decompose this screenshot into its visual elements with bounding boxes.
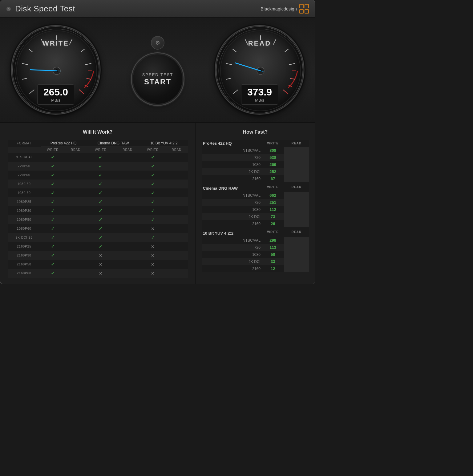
compat-cell — [165, 153, 188, 162]
compat-cell: ✓ — [41, 171, 65, 180]
compat-cell: ✓ — [86, 206, 115, 215]
speed-row: 2K DCI 252 — [202, 168, 309, 175]
compat-cell: ✓ — [41, 233, 65, 242]
left-panel-title: Will It Work? — [8, 129, 188, 135]
speed-row: 1080 50 — [202, 251, 309, 258]
compatibility-table: FORMAT ProRes 422 HQ Cinema DNG RAW 10 B… — [8, 140, 188, 278]
compat-cell: ✓ — [86, 162, 115, 171]
compat-cell: ✓ — [140, 171, 165, 180]
compat-cell — [65, 251, 87, 260]
speed-row: 2160 12 — [202, 265, 309, 272]
compat-cell — [65, 188, 87, 197]
read-value-box: 373.9 MB/s — [241, 84, 278, 105]
close-button[interactable]: ✕ — [6, 7, 11, 11]
title-bar: ✕ Disk Speed Test Blackmagicdesign — [0, 0, 315, 18]
compat-cell — [165, 180, 188, 188]
compat-cell — [115, 215, 140, 224]
compat-cell: ✓ — [86, 242, 115, 251]
compat-cell — [115, 224, 140, 233]
compat-cell — [65, 242, 87, 251]
speed-row: 2K DCI 73 — [202, 213, 309, 220]
left-panel: Will It Work? FORMAT ProRes 422 HQ Cinem… — [0, 123, 196, 284]
write-unit: MB/s — [42, 98, 69, 103]
compat-cell — [115, 153, 140, 162]
format-label: NTSC/PAL — [8, 153, 41, 162]
compat-cell: ✕ — [86, 251, 115, 260]
table-row: 1080p30✓✓✓ — [8, 206, 188, 215]
compat-cell — [165, 197, 188, 206]
write-value-box: 265.0 MB/s — [37, 84, 74, 105]
speed-row: 1080 112 — [202, 206, 309, 213]
compat-cell — [65, 180, 87, 188]
compat-cell: ✓ — [140, 206, 165, 215]
compat-cell: ✕ — [140, 260, 165, 269]
table-row: 2K DCI 25✓✓✓ — [8, 233, 188, 242]
compat-cell: ✓ — [41, 269, 65, 278]
read-gauge-wrapper: READ — [216, 27, 303, 113]
compat-cell — [65, 269, 87, 278]
compat-cell: ✓ — [86, 233, 115, 242]
compat-cell: ✓ — [86, 215, 115, 224]
compat-cell — [65, 224, 87, 233]
compat-cell — [115, 206, 140, 215]
compat-cell: ✓ — [140, 180, 165, 188]
compat-cell: ✕ — [140, 269, 165, 278]
table-row: 1080p50✓✓✓ — [8, 215, 188, 224]
compat-cell: ✓ — [140, 197, 165, 206]
compat-cell: ✓ — [41, 242, 65, 251]
speed-section-header: ProRes 422 HQWRITEREAD — [202, 140, 309, 147]
write-gauge-wrapper: WRITE — [13, 27, 99, 113]
compat-cell: ✕ — [140, 224, 165, 233]
compat-cell: ✓ — [41, 162, 65, 171]
sub-read-3: READ — [165, 147, 188, 153]
speed-row: 720 538 — [202, 154, 309, 161]
table-row: NTSC/PAL✓✓✓ — [8, 153, 188, 162]
speed-row: 2160 26 — [202, 220, 309, 227]
read-label: READ — [248, 39, 271, 47]
compat-cell — [165, 269, 188, 278]
center-controls: ⚙ SPEED TEST START — [133, 36, 182, 104]
read-value: 373.9 — [246, 87, 273, 98]
settings-button[interactable]: ⚙ — [151, 36, 164, 50]
speed-row: NTSC/PAL 662 — [202, 192, 309, 199]
format-label: 1080p25 — [8, 197, 41, 206]
sub-write-2: WRITE — [86, 147, 115, 153]
compat-cell: ✓ — [140, 153, 165, 162]
compat-cell: ✓ — [140, 162, 165, 171]
brand-name: Blackmagicdesign — [261, 6, 297, 11]
compat-cell: ✓ — [41, 224, 65, 233]
format-label: 1080p60 — [8, 224, 41, 233]
data-section: Will It Work? FORMAT ProRes 422 HQ Cinem… — [0, 123, 315, 284]
compat-cell — [165, 162, 188, 171]
sub-write-1: WRITE — [41, 147, 65, 153]
compat-cell — [65, 171, 87, 180]
compat-cell: ✓ — [86, 171, 115, 180]
sub-read-2: READ — [115, 147, 140, 153]
compat-cell — [115, 197, 140, 206]
start-line2: START — [144, 78, 171, 86]
start-button[interactable]: SPEED TEST START — [133, 54, 182, 104]
compat-cell: ✓ — [86, 153, 115, 162]
table-row: 1080p60✓✓✕ — [8, 224, 188, 233]
speed-section-header: 10 Bit YUV 4:2:2WRITEREAD — [202, 227, 309, 237]
compat-cell: ✓ — [41, 188, 65, 197]
gauge-section: WRITE — [0, 18, 315, 123]
compat-cell: ✕ — [86, 260, 115, 269]
compat-cell — [115, 188, 140, 197]
brand-logo: Blackmagicdesign — [261, 4, 309, 14]
compat-cell: ✓ — [41, 180, 65, 188]
compat-cell — [65, 162, 87, 171]
compat-cell: ✓ — [41, 206, 65, 215]
cdng-group-header: Cinema DNG RAW — [86, 140, 140, 147]
read-unit: MB/s — [246, 98, 273, 103]
compat-cell — [65, 197, 87, 206]
right-panel: How Fast? ProRes 422 HQWRITEREAD NTSC/PA… — [196, 123, 315, 284]
table-row: 1080i60✓✓✓ — [8, 188, 188, 197]
speed-table: ProRes 422 HQWRITEREAD NTSC/PAL 808 720 … — [202, 140, 309, 272]
table-row: 1080i50✓✓✓ — [8, 180, 188, 188]
compat-cell: ✓ — [86, 188, 115, 197]
right-panel-title: How Fast? — [202, 129, 309, 135]
prores-group-header: ProRes 422 HQ — [41, 140, 87, 147]
compat-cell — [115, 251, 140, 260]
format-label: 2160p25 — [8, 242, 41, 251]
